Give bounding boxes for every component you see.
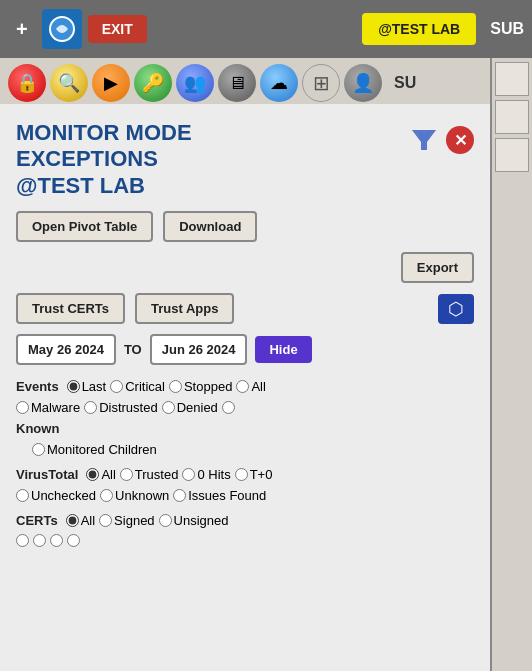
date-from-input[interactable]: May 26 2024 — [16, 334, 116, 365]
cloud-icon[interactable]: ☁ — [260, 64, 298, 102]
events-row-1: Events Last Critical Stopped All — [16, 379, 474, 394]
app-logo — [42, 9, 82, 49]
events-all-option[interactable]: All — [236, 379, 265, 394]
date-to-label: TO — [124, 342, 142, 357]
events-row-3: Known — [16, 421, 474, 436]
export-row: Export — [16, 252, 474, 283]
virustotal-row-2: Unchecked Unknown Issues Found — [16, 488, 474, 503]
people-icon[interactable]: 👥 — [176, 64, 214, 102]
vt-all-option[interactable]: All — [86, 467, 115, 482]
exit-button[interactable]: EXIT — [88, 15, 147, 43]
events-denied-option[interactable]: Denied — [162, 400, 218, 415]
main-content: MONITOR MODE EXCEPTIONS @TEST LAB ✕ Open… — [0, 104, 490, 671]
panel-controls: ✕ — [408, 124, 474, 156]
top-bar: + EXIT @TEST LAB SUB — [0, 0, 532, 58]
arrow-button[interactable]: ⬡ — [438, 294, 474, 324]
virustotal-row-1: VirusTotal All Trusted 0 Hits T+0 — [16, 467, 474, 482]
export-button[interactable]: Export — [401, 252, 474, 283]
panel-title-line1: MONITOR MODE — [16, 120, 192, 146]
trust-buttons-row: Trust CERTs Trust Apps ⬡ — [16, 293, 474, 324]
search-icon[interactable]: 🔍 — [50, 64, 88, 102]
test-lab-button[interactable]: @TEST LAB — [362, 13, 476, 45]
hide-button[interactable]: Hide — [255, 336, 311, 363]
icon-toolbar: 🔒 🔍 ▶ 🔑 👥 🖥 ☁ ⊞ 👤 SU — [0, 58, 532, 110]
events-known-option[interactable] — [222, 401, 235, 414]
lock-icon[interactable]: 🔒 — [8, 64, 46, 102]
vt-issues-option[interactable]: Issues Found — [173, 488, 266, 503]
events-filter: Events Last Critical Stopped All Malware… — [16, 379, 474, 457]
action-buttons-row: Open Pivot Table Download — [16, 211, 474, 242]
virustotal-filter: VirusTotal All Trusted 0 Hits T+0 Unchec… — [16, 467, 474, 503]
certs-filter: CERTs All Signed Unsigned — [16, 513, 474, 547]
certs-all-option[interactable]: All — [66, 513, 95, 528]
certs-row-2 — [16, 534, 474, 547]
events-distrusted-option[interactable]: Distrusted — [84, 400, 158, 415]
svg-marker-1 — [412, 130, 436, 150]
panel-title: MONITOR MODE EXCEPTIONS @TEST LAB — [16, 120, 192, 199]
key-icon[interactable]: 🔑 — [134, 64, 172, 102]
events-label: Events — [16, 379, 59, 394]
events-last-option[interactable]: Last — [67, 379, 107, 394]
download-button[interactable]: Download — [163, 211, 257, 242]
person-icon[interactable]: 👤 — [344, 64, 382, 102]
right-sidebar — [490, 58, 532, 671]
vt-unchecked-option[interactable]: Unchecked — [16, 488, 96, 503]
virustotal-label: VirusTotal — [16, 467, 78, 482]
certs-extra-option[interactable] — [16, 534, 29, 547]
certs-extra3-option[interactable] — [50, 534, 63, 547]
events-row-2: Malware Distrusted Denied — [16, 400, 474, 415]
certs-signed-option[interactable]: Signed — [99, 513, 154, 528]
monitor-icon[interactable]: 🖥 — [218, 64, 256, 102]
vt-unknown-option[interactable]: Unknown — [100, 488, 169, 503]
trust-certs-button[interactable]: Trust CERTs — [16, 293, 125, 324]
certs-label: CERTs — [16, 513, 58, 528]
toolbar-sub-label: SU — [394, 74, 416, 92]
sidebar-btn-2[interactable] — [495, 100, 529, 134]
known-label: Known — [16, 421, 59, 436]
certs-row-1: CERTs All Signed Unsigned — [16, 513, 474, 528]
vt-0hits-option[interactable]: 0 Hits — [182, 467, 230, 482]
events-malware-option[interactable]: Malware — [16, 400, 80, 415]
panel-header: MONITOR MODE EXCEPTIONS @TEST LAB ✕ — [16, 120, 474, 199]
filter-button[interactable] — [408, 124, 440, 156]
add-button[interactable]: + — [8, 14, 36, 45]
panel-title-line2: EXCEPTIONS — [16, 146, 192, 172]
date-to-input[interactable]: Jun 26 2024 — [150, 334, 248, 365]
open-pivot-table-button[interactable]: Open Pivot Table — [16, 211, 153, 242]
events-stopped-option[interactable]: Stopped — [169, 379, 232, 394]
certs-unsigned-option[interactable]: Unsigned — [159, 513, 229, 528]
events-monitored-children-option[interactable]: Monitored Children — [32, 442, 157, 457]
trust-apps-button[interactable]: Trust Apps — [135, 293, 234, 324]
vt-trusted-option[interactable]: Trusted — [120, 467, 179, 482]
grid-icon[interactable]: ⊞ — [302, 64, 340, 102]
panel-title-line3: @TEST LAB — [16, 173, 192, 199]
date-row: May 26 2024 TO Jun 26 2024 Hide — [16, 334, 474, 365]
sub-label: SUB — [490, 20, 524, 38]
play-icon[interactable]: ▶ — [92, 64, 130, 102]
vt-t0-option[interactable]: T+0 — [235, 467, 273, 482]
sidebar-btn-1[interactable] — [495, 62, 529, 96]
certs-extra4-option[interactable] — [67, 534, 80, 547]
events-row-4: Monitored Children — [16, 442, 474, 457]
certs-extra2-option[interactable] — [33, 534, 46, 547]
close-button[interactable]: ✕ — [446, 126, 474, 154]
events-critical-option[interactable]: Critical — [110, 379, 165, 394]
sidebar-btn-3[interactable] — [495, 138, 529, 172]
